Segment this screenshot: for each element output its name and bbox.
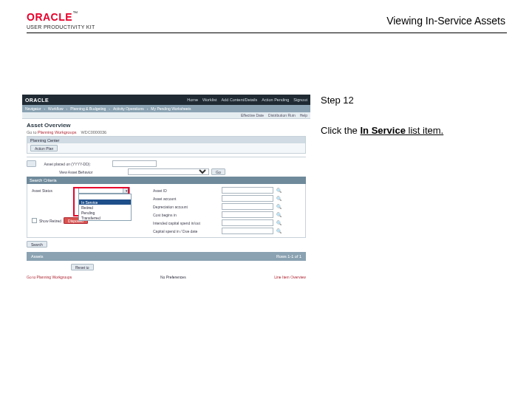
tab-strip: Effective Date Distribution Ruin Help (22, 112, 310, 119)
reset-button[interactable]: Reset to (71, 264, 94, 270)
breadcrumb: Navigator› Workflow› Planning & Budgetin… (22, 105, 310, 112)
search-icon[interactable]: 🔍 (276, 219, 282, 226)
step-label: Step 12 (321, 95, 505, 106)
content-heading: Asset Overview (22, 119, 310, 130)
cap-spend-input[interactable] (222, 219, 273, 226)
instruction-post: list item. (406, 125, 443, 136)
show-retired-label: Show Retired (39, 219, 61, 223)
depr-account-input[interactable] (222, 203, 273, 210)
crumb-4[interactable]: My Pending Worksheets (151, 106, 191, 111)
logo-word: ORACLE (27, 11, 72, 23)
asset-account-input[interactable] (222, 195, 273, 202)
asset-status-dropdown[interactable]: ▾ In Service Retired Pending Transferred (78, 187, 130, 194)
instruction-panel: Step 12 Click the In Service list item. (321, 95, 505, 136)
status-opt-pending[interactable]: Pending (79, 210, 131, 215)
asset-status-list: In Service Retired Pending Transferred (78, 194, 132, 221)
go-button[interactable]: Go (211, 168, 225, 175)
top-menu-worklist[interactable]: Worklist (202, 98, 216, 102)
search-icon[interactable]: 🔍 (276, 211, 282, 218)
top-menu-add[interactable]: Add Content/Details (221, 98, 257, 102)
search-icon[interactable]: 🔍 (276, 203, 282, 210)
top-menu-pending[interactable]: Action Pending (262, 98, 289, 102)
crumb2-link[interactable]: Planning Workgroups (38, 130, 76, 134)
app-screenshot: ORACLE Home Worklist Add Content/Details… (22, 95, 310, 256)
asset-id-label: Asset ID (153, 188, 219, 193)
logo-subtitle: USER PRODUCTIVITY KIT (27, 24, 95, 30)
app-brand: ORACLE (25, 98, 49, 103)
search-criteria-body: Asset Status ▾ In Service Retired Pendin… (27, 184, 306, 238)
secondary-button[interactable] (27, 160, 36, 167)
crumb2-id: WDC0000036 (81, 130, 107, 134)
asset-id-input[interactable] (222, 187, 273, 194)
cost-begins-label: Cost begins in (153, 213, 219, 217)
tab-help[interactable]: Help (300, 113, 307, 117)
search-button[interactable]: Search (27, 241, 47, 248)
top-menu: Home Worklist Add Content/Details Action… (187, 98, 307, 102)
tab-effective-date[interactable]: Effective Date (241, 113, 264, 117)
status-opt-retired[interactable]: Retired (79, 205, 131, 210)
tab-distribution[interactable]: Distribution Ruin (268, 113, 296, 117)
trademark: ™ (72, 10, 78, 16)
top-menu-home[interactable]: Home (187, 98, 198, 102)
asset-status-label: Asset Status (32, 188, 76, 193)
asset-date-label: Asset placed on (YYYY-DD): (44, 162, 110, 166)
crumb-0[interactable]: Navigator (25, 106, 41, 111)
page-title: Viewing In-Service Assets (386, 15, 505, 27)
cap-spend-label: Intended capital spend in/out (153, 221, 219, 225)
show-retired-checkbox[interactable] (32, 218, 37, 223)
cap-due-input[interactable] (222, 228, 273, 234)
planning-center-header: Planning Center (27, 137, 305, 143)
instruction-target: In Service (360, 125, 405, 136)
app-topbar: ORACLE Home Worklist Add Content/Details… (22, 95, 310, 105)
instruction-pre: Click the (321, 125, 360, 136)
results-header: Assets Rows 1-1 of 1 (27, 252, 306, 261)
footer-right-link[interactable]: Line Item Overview (274, 275, 306, 279)
status-opt-blank[interactable] (79, 194, 131, 200)
search-icon[interactable]: 🔍 (276, 228, 282, 234)
crumb-2[interactable]: Planning & Budgeting (70, 106, 106, 111)
oracle-logo: ORACLE™ USER PRODUCTIVITY KIT (27, 10, 95, 30)
action-plan-button[interactable]: Action Plan (30, 145, 58, 151)
asset-date-input[interactable] (112, 160, 157, 167)
view-behavior-select[interactable] (128, 168, 209, 175)
view-behavior-label: View Asset Behavior (59, 170, 126, 174)
top-menu-signout[interactable]: Signout (293, 98, 307, 102)
header-divider (27, 33, 507, 33)
footer-mid: No Preferences (160, 275, 186, 279)
crumb2-pre: Go to (27, 130, 38, 134)
footer-left-link[interactable]: Go to Planning Workgroups (27, 275, 72, 279)
results-count: Rows 1-1 of 1 (276, 254, 301, 259)
instruction-text: Click the In Service list item. (321, 125, 505, 136)
footer-links: Go to Planning Workgroups No Preferences… (27, 275, 306, 279)
status-opt-transferred[interactable]: Transferred (79, 215, 131, 220)
planning-center-panel: Planning Center Action Plan (27, 136, 306, 154)
divider (27, 157, 306, 157)
search-criteria-header: Search Criteria (27, 177, 306, 184)
search-icon[interactable]: 🔍 (276, 195, 282, 202)
sub-breadcrumb: Go to Planning Workgroups WDC0000036 (22, 130, 310, 136)
depr-account-label: Depreciation account (153, 205, 219, 209)
results-title: Assets (31, 254, 44, 259)
cap-due-label: Capital spend in / Due date (153, 229, 219, 233)
chevron-down-icon[interactable]: ▾ (123, 188, 129, 193)
cost-begins-input[interactable] (222, 211, 273, 218)
crumb-3[interactable]: Activity Operations (113, 106, 144, 111)
crumb-1[interactable]: Workflow (48, 106, 63, 111)
asset-account-label: Asset account (153, 197, 219, 201)
status-opt-in-service[interactable]: In Service (79, 200, 131, 205)
search-icon[interactable]: 🔍 (276, 187, 282, 194)
